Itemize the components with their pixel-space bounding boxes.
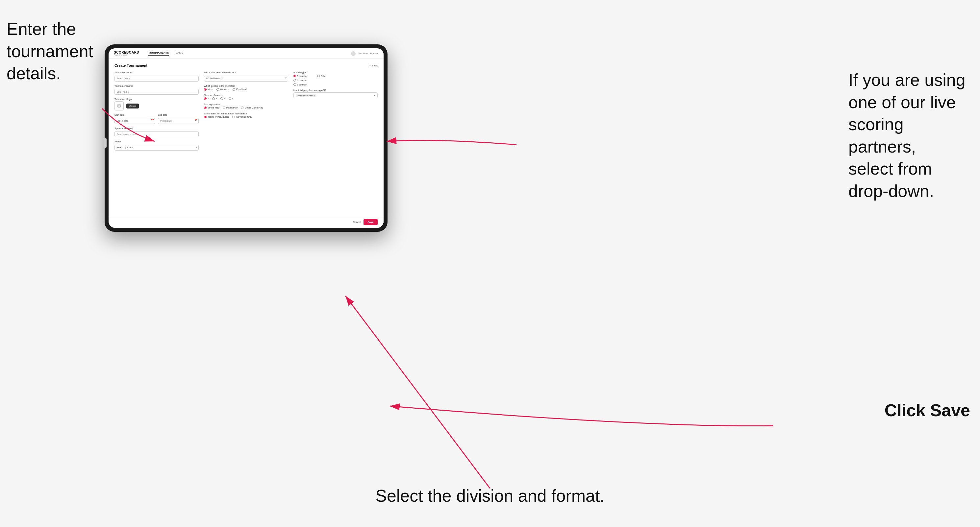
radio-womens-input[interactable] bbox=[216, 88, 219, 91]
radio-6count5-label: 6 count 5 bbox=[297, 84, 307, 86]
radio-teams-input[interactable] bbox=[204, 116, 207, 118]
form-group-gender: Which gender is the event for? Mens Wome… bbox=[204, 85, 288, 91]
input-name[interactable] bbox=[115, 89, 199, 95]
radio-match-input[interactable] bbox=[223, 106, 225, 109]
form-col-right: Format type 5 count 4 6 coun bbox=[293, 71, 378, 154]
page-footer: Cancel Save bbox=[108, 216, 383, 228]
radio-round-3-input[interactable] bbox=[220, 97, 223, 100]
label-third-party: Use third-party live scoring API? bbox=[293, 89, 378, 91]
calendar-icon-start: 📅 bbox=[151, 119, 154, 122]
radio-medal-match-input[interactable] bbox=[241, 106, 243, 109]
radio-mens-input[interactable] bbox=[204, 88, 207, 91]
radio-teams-label: Teams (+Individuals) bbox=[208, 116, 229, 118]
form-col-left: Tournament Host Tournament name Tourname… bbox=[115, 71, 199, 154]
date-row: Start date 📅 End date 📅 bbox=[115, 114, 199, 124]
form-grid: Tournament Host Tournament name Tourname… bbox=[115, 71, 378, 154]
radio-6count5[interactable]: 6 count 5 bbox=[293, 83, 307, 86]
input-sponsor[interactable] bbox=[115, 131, 199, 137]
label-scoring: Scoring system bbox=[204, 103, 288, 106]
radio-match[interactable]: Match Play bbox=[223, 106, 238, 109]
radio-womens[interactable]: Womens bbox=[216, 88, 229, 91]
back-link[interactable]: < Back bbox=[369, 64, 378, 67]
page-title: Create Tournament bbox=[115, 63, 147, 67]
form-group-event-for: Is this event for Teams and/or Individua… bbox=[204, 113, 288, 118]
cancel-button[interactable]: Cancel bbox=[353, 221, 361, 224]
brand-sub: Powered by clippit bbox=[114, 54, 139, 56]
radio-round-1[interactable]: 1 bbox=[204, 97, 209, 100]
label-format: Format type bbox=[293, 71, 378, 74]
radio-match-label: Match Play bbox=[226, 106, 238, 109]
annotation-enter-tournament: Enter the tournament details. bbox=[6, 18, 99, 85]
radio-mens[interactable]: Mens bbox=[204, 88, 213, 91]
radio-round-4-input[interactable] bbox=[229, 97, 231, 100]
radio-round-4[interactable]: 4 bbox=[229, 97, 234, 100]
radio-other[interactable]: Other bbox=[317, 75, 327, 77]
radio-combined[interactable]: Combined bbox=[232, 88, 247, 91]
form-group-sponsor: Sponsor (optional) bbox=[115, 127, 199, 137]
radio-round-3[interactable]: 3 bbox=[220, 97, 225, 100]
radio-teams[interactable]: Teams (+Individuals) bbox=[204, 116, 229, 118]
radio-womens-label: Womens bbox=[220, 88, 229, 90]
arrow-save bbox=[390, 406, 773, 426]
radio-combined-input[interactable] bbox=[232, 88, 235, 91]
top-nav: SCOREBOARD Powered by clippit TOURNAMENT… bbox=[108, 48, 383, 59]
input-host[interactable] bbox=[115, 76, 199, 81]
radio-individuals-input[interactable] bbox=[232, 116, 235, 118]
label-division: Which division is the event for? bbox=[204, 71, 288, 74]
select-venue[interactable]: Search golf club bbox=[115, 144, 199, 151]
radio-6count4-input[interactable] bbox=[293, 79, 296, 81]
label-event-for: Is this event for Teams and/or Individua… bbox=[204, 113, 288, 115]
logo-placeholder bbox=[115, 101, 124, 111]
image-icon bbox=[117, 104, 121, 108]
arrow-live-scoring bbox=[387, 140, 517, 144]
radio-round-2-label: 2 bbox=[216, 97, 217, 100]
radio-medal-match[interactable]: Medal Match Play bbox=[241, 106, 263, 109]
radio-mens-label: Mens bbox=[208, 88, 213, 90]
gender-radio-group: Mens Womens Combined bbox=[204, 88, 288, 91]
nav-link-teams[interactable]: TEAMS bbox=[174, 51, 183, 56]
input-end-date[interactable] bbox=[158, 118, 199, 124]
label-end: End date bbox=[158, 114, 199, 116]
radio-stroke-input[interactable] bbox=[204, 106, 207, 109]
format-options-row: 5 count 4 6 count 4 6 count 5 bbox=[293, 75, 378, 86]
third-party-input[interactable]: Leaderboard King × ▾ bbox=[293, 92, 378, 98]
form-group-venue: Venue Search golf club bbox=[115, 140, 199, 151]
form-group-scoring: Scoring system Stroke Play Match Play bbox=[204, 103, 288, 109]
label-start: Start date bbox=[115, 114, 155, 116]
nav-links: TOURNAMENTS TEAMS bbox=[148, 51, 183, 56]
page-header: Create Tournament < Back bbox=[115, 63, 378, 67]
select-division[interactable]: NCAA Division I bbox=[204, 76, 288, 81]
format-options-right: Other bbox=[317, 75, 327, 86]
radio-round-2[interactable]: 2 bbox=[212, 97, 217, 100]
form-group-name: Tournament name bbox=[115, 85, 199, 95]
form-group-division: Which division is the event for? NCAA Di… bbox=[204, 71, 288, 81]
radio-round-4-label: 4 bbox=[232, 97, 234, 100]
page-content: Create Tournament < Back Tournament Host… bbox=[108, 59, 383, 216]
nav-right: Test User | Sign out bbox=[351, 51, 378, 56]
form-group-rounds: Number of rounds 1 2 bbox=[204, 94, 288, 100]
radio-5count4[interactable]: 5 count 4 bbox=[293, 75, 307, 77]
form-group-start: Start date 📅 bbox=[115, 114, 155, 124]
radio-stroke[interactable]: Stroke Play bbox=[204, 106, 220, 109]
label-logo: Tournament logo bbox=[115, 98, 199, 100]
radio-5count4-input[interactable] bbox=[293, 75, 296, 77]
radio-6count4-label: 6 count 4 bbox=[297, 79, 307, 81]
format-options-left: 5 count 4 6 count 4 6 count 5 bbox=[293, 75, 307, 86]
tag-remove[interactable]: × bbox=[314, 94, 315, 97]
radio-round-2-input[interactable] bbox=[212, 97, 215, 100]
input-start-date[interactable] bbox=[115, 118, 155, 124]
annotation-click-text: Click bbox=[885, 401, 930, 420]
radio-6count4[interactable]: 6 count 4 bbox=[293, 79, 307, 81]
form-group-logo: Tournament logo Upload bbox=[115, 98, 199, 111]
radio-round-1-input[interactable] bbox=[204, 97, 207, 100]
label-rounds: Number of rounds bbox=[204, 94, 288, 96]
radio-individuals[interactable]: Individuals Only bbox=[232, 116, 252, 118]
save-button[interactable]: Save bbox=[364, 219, 378, 225]
annotation-select-division: Select the division and format. bbox=[375, 485, 605, 507]
upload-button[interactable]: Upload bbox=[126, 103, 139, 108]
nav-link-tournaments[interactable]: TOURNAMENTS bbox=[148, 51, 169, 56]
radio-6count5-input[interactable] bbox=[293, 83, 296, 86]
label-venue: Venue bbox=[115, 140, 199, 143]
scoring-radio-group: Stroke Play Match Play Medal Match Play bbox=[204, 106, 288, 109]
radio-other-input[interactable] bbox=[317, 75, 320, 77]
